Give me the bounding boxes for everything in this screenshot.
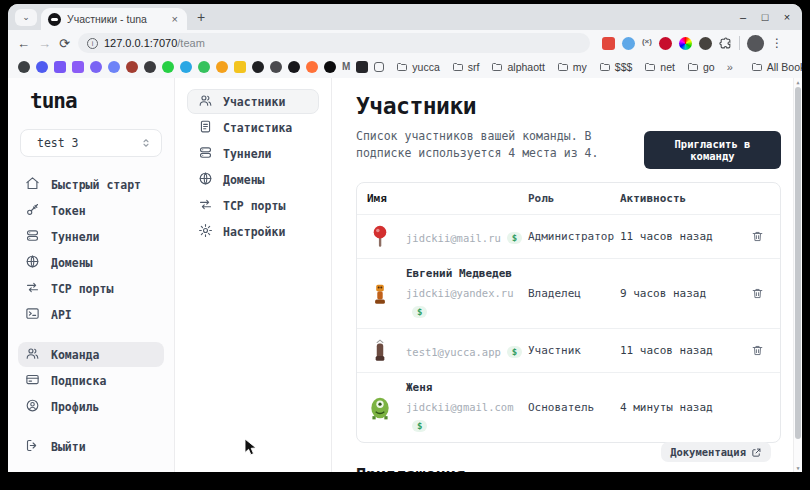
all-bookmarks-button[interactable]: All Bookmarks xyxy=(751,61,802,73)
users-icon xyxy=(25,346,40,364)
tab-close-icon[interactable]: × xyxy=(170,13,180,25)
bookmark-favicon[interactable] xyxy=(18,61,30,73)
folder-icon xyxy=(751,61,763,73)
team-nav-item[interactable]: Домены xyxy=(187,167,319,192)
bookmark-folder[interactable]: alphaott xyxy=(491,61,544,73)
extension-icon[interactable] xyxy=(679,37,692,50)
sidebar-main-nav: Быстрый старт Токен Туннели Домены xyxy=(8,172,174,328)
sidebar-item[interactable]: Токен xyxy=(18,198,164,223)
bookmark-favicon[interactable] xyxy=(198,61,210,73)
team-nav-panel: Участники Статистика Туннели Домены TCP … xyxy=(175,78,332,472)
delete-member-button[interactable] xyxy=(751,230,764,243)
bookmark-favicon[interactable] xyxy=(306,61,318,73)
minimize-button[interactable]: – xyxy=(732,11,754,23)
paid-badge: $ xyxy=(507,232,522,244)
scrollbar-thumb[interactable] xyxy=(795,87,801,439)
bookmark-favicon[interactable] xyxy=(144,61,156,73)
bookmark-folder[interactable]: go xyxy=(687,61,715,73)
members-subtitle: Список участников вашей команды. В подпи… xyxy=(356,128,644,161)
reload-button[interactable]: ⟳ xyxy=(59,36,70,51)
invite-button[interactable]: Пригласить в команду xyxy=(644,131,781,169)
team-nav-item[interactable]: Статистика xyxy=(187,115,319,140)
maximize-button[interactable]: □ xyxy=(754,11,776,23)
user-icon xyxy=(25,398,40,416)
bookmark-favicon[interactable] xyxy=(108,61,120,73)
sidebar-item[interactable]: Подписка xyxy=(18,368,164,393)
bookmark-folder[interactable]: $$$ xyxy=(599,61,633,73)
bookmark-folder[interactable]: my xyxy=(557,61,587,73)
bookmark-folder[interactable]: srf xyxy=(452,61,480,73)
bookmark-favicon[interactable] xyxy=(180,61,192,73)
sidebar-item[interactable]: Туннели xyxy=(18,224,164,249)
extension-icon[interactable]: (×) xyxy=(642,37,652,50)
browser-titlebar: ⌄ Участники - tuna × + – □ × xyxy=(8,4,802,30)
profile-avatar[interactable] xyxy=(747,35,764,52)
new-tab-button[interactable]: + xyxy=(197,9,205,25)
bookmark-favicon[interactable] xyxy=(126,61,138,73)
documentation-button[interactable]: Документация xyxy=(661,442,771,462)
bookmark-favicon[interactable] xyxy=(288,61,300,73)
col-role: Роль xyxy=(528,192,620,205)
bookmark-favicon[interactable] xyxy=(234,61,246,73)
sidebar-item-label: API xyxy=(51,308,72,322)
bookmark-favicon[interactable] xyxy=(162,61,174,73)
team-nav-item[interactable]: Туннели xyxy=(187,141,319,166)
back-button[interactable]: ← xyxy=(17,36,30,51)
chevron-updown-icon xyxy=(140,137,152,149)
delete-member-button[interactable] xyxy=(751,344,764,357)
forward-button[interactable]: → xyxy=(38,36,51,51)
address-bar[interactable]: i 127.0.0.1:7070/team xyxy=(78,33,590,53)
sidebar-item[interactable]: Домены xyxy=(18,250,164,275)
close-button[interactable]: × xyxy=(776,11,798,23)
bookmark-favicon[interactable] xyxy=(54,61,66,73)
team-nav-item[interactable]: TCP порты xyxy=(187,193,319,218)
users-icon xyxy=(198,93,213,111)
scroll-down-icon[interactable]: ▼ xyxy=(794,465,802,471)
bookmark-favicon[interactable] xyxy=(216,61,228,73)
bookmark-favicon[interactable] xyxy=(374,62,384,72)
sidebar-item[interactable]: API xyxy=(18,302,164,327)
bookmark-favicon[interactable] xyxy=(252,61,264,73)
delete-member-button[interactable] xyxy=(751,287,764,300)
scroll-up-icon[interactable]: ▲ xyxy=(794,79,802,85)
team-nav-item[interactable]: Настройки xyxy=(187,219,319,244)
bookmarks-bar: M yucca srf alphaott my $$$ xyxy=(8,56,802,78)
col-activity: Активность xyxy=(620,192,744,205)
sidebar-item[interactable]: Команда xyxy=(18,342,164,367)
extension-icon[interactable] xyxy=(602,37,615,50)
sidebar-item[interactable]: Профиль xyxy=(18,394,164,419)
bookmarks-overflow-button[interactable]: » xyxy=(727,61,733,73)
bookmark-favicon[interactable] xyxy=(36,61,48,73)
sidebar-item[interactable]: TCP порты xyxy=(18,276,164,301)
bookmark-favicon[interactable] xyxy=(270,61,282,73)
sidebar-item-label: Домены xyxy=(51,256,93,270)
bookmark-folder[interactable]: net xyxy=(644,61,675,73)
site-info-icon[interactable]: i xyxy=(87,38,98,49)
bookmark-favicon[interactable] xyxy=(72,61,84,73)
active-tab[interactable]: Участники - tuna × xyxy=(41,8,187,30)
folder-icon xyxy=(557,61,569,73)
external-link-icon xyxy=(751,447,762,458)
member-activity: 11 часов назад xyxy=(620,230,744,243)
bookmark-favicon[interactable]: M xyxy=(342,61,350,73)
tab-search-button[interactable]: ⌄ xyxy=(15,9,37,26)
paid-badge: $ xyxy=(507,346,522,358)
menu-icon[interactable]: ⋮ xyxy=(771,36,783,50)
bookmark-folder[interactable]: yucca xyxy=(396,61,439,73)
bookmark-folder-label: $$$ xyxy=(615,61,633,73)
extension-icon[interactable] xyxy=(699,37,712,50)
bookmark-favicon[interactable] xyxy=(356,61,368,73)
team-selector[interactable]: test 3 xyxy=(20,129,162,157)
logout-label: Выйти xyxy=(51,440,86,454)
browser-toolbar: ← → ⟳ i 127.0.0.1:7070/team (×) ⋮ xyxy=(8,30,802,56)
bookmark-favicon[interactable] xyxy=(90,61,102,73)
extension-icon[interactable] xyxy=(622,37,635,50)
team-nav-item[interactable]: Участники xyxy=(187,89,319,114)
extension-icon[interactable] xyxy=(659,37,672,50)
bookmark-favicon[interactable] xyxy=(324,61,336,73)
chevron-down-icon: ⌄ xyxy=(22,12,30,22)
extensions-puzzle-icon[interactable] xyxy=(719,37,732,50)
logout-button[interactable]: Выйти xyxy=(18,434,164,459)
page-scrollbar[interactable]: ▲ ▼ xyxy=(793,78,802,472)
sidebar-item[interactable]: Быстрый старт xyxy=(18,172,164,197)
